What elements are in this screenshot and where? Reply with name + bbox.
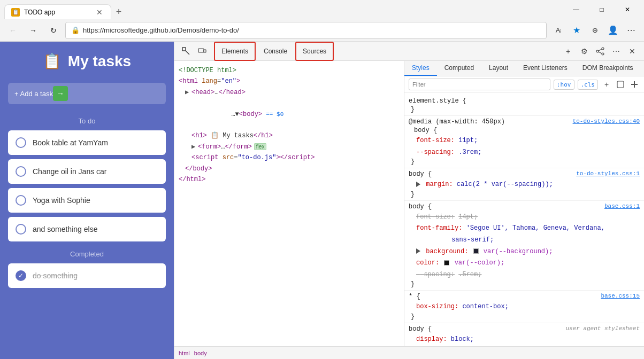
task-item[interactable]: Change oil in Jans car xyxy=(8,159,166,184)
css-rule-media: @media (max-width: 450px) to-do-styles.c… xyxy=(404,116,644,168)
add-task-arrow-button[interactable]: → xyxy=(53,86,68,101)
favorites-button[interactable]: ★ xyxy=(568,22,585,39)
css-source-link[interactable]: base.css:15 xyxy=(601,293,640,299)
maximize-button[interactable]: □ xyxy=(589,2,614,18)
css-property: margin: calc(2 * var(--spacing)); xyxy=(409,179,640,191)
expand-icon[interactable] xyxy=(416,248,420,254)
toggle-element-state-button[interactable] xyxy=(615,79,626,90)
svg-rect-0 xyxy=(182,48,186,51)
tab-event-listeners[interactable]: Event Listeners xyxy=(516,61,575,76)
forward-button[interactable]: → xyxy=(25,22,42,39)
html-line: ▶<head>…</head> xyxy=(179,87,400,98)
css-nested-selector: body { xyxy=(409,127,640,134)
styles-filter-input[interactable] xyxy=(409,79,550,90)
svg-rect-11 xyxy=(634,81,635,88)
svg-rect-2 xyxy=(198,49,204,52)
title-bar: 📋 TODO app ✕ + — □ ✕ xyxy=(0,0,644,19)
html-line: </body> xyxy=(179,163,400,174)
devtools-close-button[interactable]: ✕ xyxy=(625,44,640,59)
devtools-share-button[interactable] xyxy=(593,44,608,59)
add-devtools-tab-button[interactable]: + xyxy=(561,44,576,59)
devtools-settings-button[interactable]: ⚙ xyxy=(577,44,592,59)
svg-rect-9 xyxy=(617,81,624,88)
tab-strip: 📋 TODO app ✕ + xyxy=(4,0,561,19)
tab-sources[interactable]: Sources xyxy=(295,42,334,61)
completed-section-label: Completed xyxy=(8,250,166,258)
svg-rect-3 xyxy=(204,50,206,52)
css-property: --spacing: .3rem; xyxy=(409,147,640,159)
css-property: font-size: 11pt; xyxy=(409,135,640,147)
html-line: <script src="to-do.js"></script> xyxy=(179,152,400,163)
html-panel: <!DOCTYPE html> <html lang="en"> ▶<head>… xyxy=(174,61,404,346)
url-bar[interactable]: 🔒 https://microsoftedge.github.io/Demos/… xyxy=(65,22,547,39)
responsive-design-button[interactable] xyxy=(195,44,210,59)
minimize-button[interactable]: — xyxy=(564,2,588,18)
html-line-body-selected[interactable]: …▼<body> == $0 xyxy=(179,98,400,130)
css-source-link[interactable]: base.css:1 xyxy=(604,203,640,209)
breadcrumb-html[interactable]: html xyxy=(179,350,190,356)
css-source-link[interactable]: to-do-styles.css:1 xyxy=(576,170,640,177)
new-style-rule-button[interactable] xyxy=(629,79,640,90)
task-checkbox[interactable] xyxy=(16,137,26,148)
task-checkbox[interactable] xyxy=(16,195,26,206)
devtools-more-button[interactable]: ⋯ xyxy=(609,44,624,59)
css-rule-element-style: element.style { } xyxy=(404,95,644,116)
task-text: and something else xyxy=(33,225,97,233)
add-style-rule-button[interactable]: + xyxy=(601,79,612,90)
css-selector: body { to-do-styles.css:1 xyxy=(409,170,640,178)
css-rule-star: * { base.css:15 box-sizing: content-box;… xyxy=(404,291,644,323)
tab-computed[interactable]: Computed xyxy=(437,61,481,76)
cls-button[interactable]: .cls xyxy=(578,80,599,90)
new-tab-button[interactable]: + xyxy=(111,4,126,19)
styles-content: element.style { } @media (max-width: 450… xyxy=(404,93,644,346)
todo-app-icon: 📋 xyxy=(43,52,62,70)
tab-elements[interactable]: Elements xyxy=(214,42,256,61)
collections-button[interactable]: ⊕ xyxy=(586,22,603,39)
address-bar: ← → ↻ 🔒 https://microsoftedge.github.io/… xyxy=(0,19,644,42)
color-swatch-background[interactable] xyxy=(473,248,479,254)
devtools-toolbar: Elements Console Sources + ⚙ ⋯ ✕ xyxy=(174,42,644,61)
tab-styles[interactable]: Styles xyxy=(404,61,437,76)
breadcrumb-body[interactable]: body xyxy=(194,350,207,356)
address-bar-actions: Aᵢ ★ ⊕ 👤 ⋯ xyxy=(550,22,640,39)
css-property: box-sizing: content-box; xyxy=(409,301,640,313)
css-closing-brace: } xyxy=(411,158,640,166)
css-source-link[interactable]: to-do-styles.css:40 xyxy=(573,118,640,124)
task-checkbox[interactable] xyxy=(16,166,26,177)
task-text: Yoga with Sophie xyxy=(33,196,90,205)
devtools-panel: Elements Console Sources + ⚙ ⋯ ✕ xyxy=(174,42,644,359)
task-item[interactable]: and something else xyxy=(8,217,166,241)
back-button[interactable]: ← xyxy=(4,22,21,39)
svg-line-7 xyxy=(599,49,602,51)
tab-layout[interactable]: Layout xyxy=(481,61,516,76)
color-swatch-color[interactable] xyxy=(444,260,449,266)
read-aloud-button[interactable]: Aᵢ xyxy=(550,22,567,39)
css-property: color: var(--color); xyxy=(409,257,640,269)
refresh-button[interactable]: ↻ xyxy=(45,22,62,39)
task-checkbox[interactable] xyxy=(16,224,26,235)
breadcrumb-bar: html body xyxy=(174,346,644,359)
styles-panel-container: Styles Computed Layout Event Listeners D… xyxy=(404,61,644,346)
tab-dom-breakpoints[interactable]: DOM Breakpoints xyxy=(575,61,641,76)
tab-title: TODO app xyxy=(24,9,55,16)
profile-button[interactable]: 👤 xyxy=(604,22,622,39)
css-property: font-size: 14pt; xyxy=(409,212,640,223)
task-checkbox-done[interactable]: ✓ xyxy=(16,270,26,281)
task-item[interactable]: Yoga with Sophie xyxy=(8,188,166,213)
inspect-element-button[interactable] xyxy=(179,44,194,59)
close-button[interactable]: ✕ xyxy=(615,2,640,18)
settings-more-button[interactable]: ⋯ xyxy=(623,22,640,39)
hov-button[interactable]: :hov xyxy=(554,80,574,90)
css-selector: body { user agent stylesheet xyxy=(409,325,640,333)
task-item[interactable]: Book table at YamYam xyxy=(8,130,166,155)
expand-icon[interactable] xyxy=(416,182,420,187)
styles-filter-bar: :hov .cls + xyxy=(404,76,644,93)
add-task-label: + Add a task xyxy=(14,90,53,98)
tab-close-button[interactable]: ✕ xyxy=(95,7,104,17)
completed-task-item[interactable]: ✓ do something xyxy=(8,263,166,288)
tab-console[interactable]: Console xyxy=(257,42,294,61)
add-task-bar[interactable]: + Add a task → xyxy=(8,83,166,104)
svg-point-6 xyxy=(602,53,604,55)
tab-console-label: Console xyxy=(264,48,287,55)
browser-tab[interactable]: 📋 TODO app ✕ xyxy=(4,4,111,19)
